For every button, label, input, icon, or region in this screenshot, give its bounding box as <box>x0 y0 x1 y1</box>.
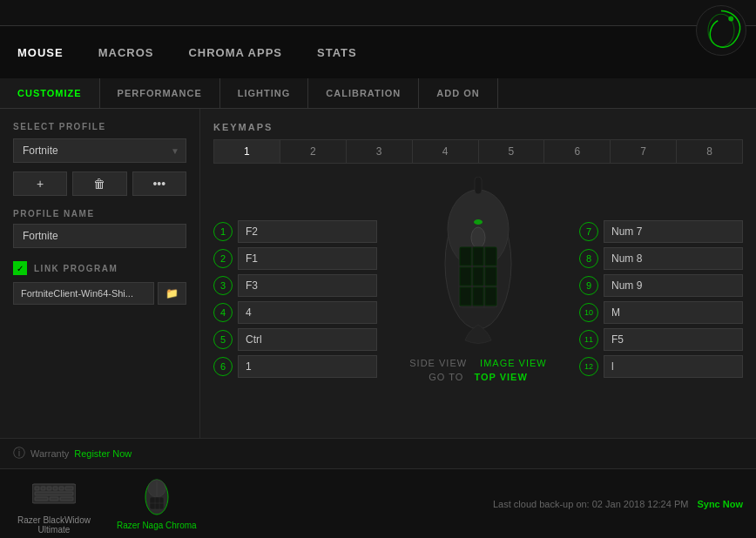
sub-nav-addon[interactable]: ADD ON <box>419 78 497 108</box>
svg-rect-18 <box>473 287 483 306</box>
key-input-1[interactable] <box>238 220 377 243</box>
top-view-link[interactable]: TOP VIEW <box>474 372 527 382</box>
warranty-row: ⓘ Warranty Register Now <box>0 438 756 468</box>
svg-rect-12 <box>473 247 483 266</box>
key-row-6: 6 <box>213 355 377 378</box>
key-number-12: 12 <box>579 357 598 376</box>
profile-select-wrapper: Fortnite Default Profile 2 ▼ <box>13 138 186 163</box>
register-now-link[interactable]: Register Now <box>74 448 132 459</box>
add-profile-button[interactable]: + <box>13 171 67 196</box>
svg-rect-17 <box>460 287 471 306</box>
svg-rect-28 <box>65 487 73 490</box>
key-row-3: 3 <box>213 274 377 297</box>
trash-icon: 🗑 <box>93 177 105 191</box>
key-number-1: 1 <box>213 222 233 241</box>
svg-rect-15 <box>473 267 483 286</box>
keymap-tab-4[interactable]: 4 <box>413 140 479 163</box>
key-input-10[interactable] <box>604 301 743 324</box>
image-view-button[interactable]: IMAGE VIEW <box>480 358 547 368</box>
key-input-2[interactable] <box>238 247 377 270</box>
main-layout: SELECT PROFILE Fortnite Default Profile … <box>0 109 756 468</box>
profile-actions: + 🗑 ••• <box>13 171 186 196</box>
warranty-text: Warranty <box>30 448 69 459</box>
svg-rect-32 <box>60 497 73 501</box>
key-number-6: 6 <box>213 357 233 376</box>
razer-logo <box>695 4 747 57</box>
keymap-tab-2[interactable]: 2 <box>280 140 347 163</box>
keymap-tab-7[interactable]: 7 <box>611 140 677 163</box>
key-row-11: 11 <box>579 328 743 351</box>
keymap-tab-6[interactable]: 6 <box>544 140 611 163</box>
more-options-button[interactable]: ••• <box>132 171 186 196</box>
nav-mouse[interactable]: MOUSE <box>17 42 64 64</box>
top-bar <box>0 0 756 26</box>
svg-rect-16 <box>485 267 496 286</box>
goto-label: GO TO <box>429 372 463 382</box>
keys-left: 1 2 3 4 5 <box>213 220 377 378</box>
keymap-tab-5[interactable]: 5 <box>479 140 545 163</box>
key-input-11[interactable] <box>604 328 743 351</box>
key-row-7: 7 <box>579 220 743 243</box>
keymap-tab-1[interactable]: 1 <box>214 140 280 163</box>
svg-rect-14 <box>460 267 471 286</box>
svg-rect-19 <box>485 287 496 306</box>
view-controls: SIDE VIEW IMAGE VIEW <box>409 358 546 368</box>
key-input-9[interactable] <box>604 274 743 297</box>
mouse-image-container: SIDE VIEW IMAGE VIEW GO TO TOP VIEW <box>386 177 570 382</box>
key-row-2: 2 <box>213 247 377 270</box>
key-row-5: 5 <box>213 328 377 351</box>
browse-folder-button[interactable]: 📁 <box>158 282 186 305</box>
key-number-7: 7 <box>579 222 598 241</box>
sub-nav-performance[interactable]: PERFORMANCE <box>100 78 220 108</box>
svg-point-0 <box>697 6 746 56</box>
link-program-label: LINK PROGRAM <box>34 264 118 273</box>
key-input-3[interactable] <box>238 274 377 297</box>
mid-bottom: ⓘ Warranty Register Now <box>0 438 756 468</box>
device-blackwidow[interactable]: Razer BlackWidowUltimate <box>13 468 95 538</box>
key-input-8[interactable] <box>604 247 743 270</box>
device-naga-chroma[interactable]: Razer Naga Chroma <box>112 474 201 535</box>
folder-icon: 📁 <box>165 287 179 299</box>
svg-point-20 <box>474 219 483 225</box>
svg-rect-26 <box>53 487 57 490</box>
svg-rect-21 <box>475 177 482 194</box>
key-number-10: 10 <box>579 303 598 322</box>
keymap-tab-8[interactable]: 8 <box>677 140 742 163</box>
keys-right: 7 8 9 10 11 <box>579 220 743 378</box>
keymaps-label: KEYMAPS <box>213 122 743 132</box>
delete-profile-button[interactable]: 🗑 <box>72 171 126 196</box>
info-icon: ⓘ <box>13 446 25 461</box>
sub-nav-lighting[interactable]: LIGHTING <box>220 78 309 108</box>
sync-now-button[interactable]: Sync Now <box>697 499 743 509</box>
link-program-row: ✓ LINK PROGRAM <box>13 261 186 275</box>
profile-select[interactable]: Fortnite Default Profile 2 <box>13 138 186 163</box>
side-view-label: SIDE VIEW <box>409 358 467 368</box>
key-row-8: 8 <box>579 247 743 270</box>
left-panel: SELECT PROFILE Fortnite Default Profile … <box>0 109 200 468</box>
link-program-input[interactable] <box>13 282 154 305</box>
profile-name-input[interactable] <box>13 224 186 248</box>
bottom-bar: Razer BlackWidowUltimate Razer Naga Chro… <box>0 468 756 538</box>
key-input-12[interactable] <box>604 355 743 378</box>
key-input-6[interactable] <box>238 355 377 378</box>
keymap-tab-3[interactable]: 3 <box>347 140 413 163</box>
key-number-5: 5 <box>213 330 233 349</box>
sub-nav-customize[interactable]: CUSTOMIZE <box>0 78 100 108</box>
key-number-3: 3 <box>213 276 233 295</box>
key-input-5[interactable] <box>238 328 377 351</box>
key-number-4: 4 <box>213 303 233 322</box>
key-input-7[interactable] <box>604 220 743 243</box>
svg-rect-30 <box>35 497 48 501</box>
sub-nav: CUSTOMIZE PERFORMANCE LIGHTING CALIBRATI… <box>0 78 756 109</box>
nav-stats[interactable]: STATS <box>317 42 357 64</box>
right-content: KEYMAPS 1 2 3 4 5 6 7 8 1 2 <box>200 109 756 468</box>
svg-point-4 <box>471 227 485 248</box>
svg-rect-11 <box>460 247 471 266</box>
key-input-4[interactable] <box>238 301 377 324</box>
mouse-svg <box>435 177 522 351</box>
link-program-checkbox[interactable]: ✓ <box>13 261 27 275</box>
nav-chroma-apps[interactable]: CHROMA APPS <box>188 42 282 64</box>
nav-macros[interactable]: MACROS <box>98 42 154 64</box>
nav-bar: MOUSE MACROS CHROMA APPS STATS <box>0 26 756 78</box>
sub-nav-calibration[interactable]: CALIBRATION <box>308 78 419 108</box>
